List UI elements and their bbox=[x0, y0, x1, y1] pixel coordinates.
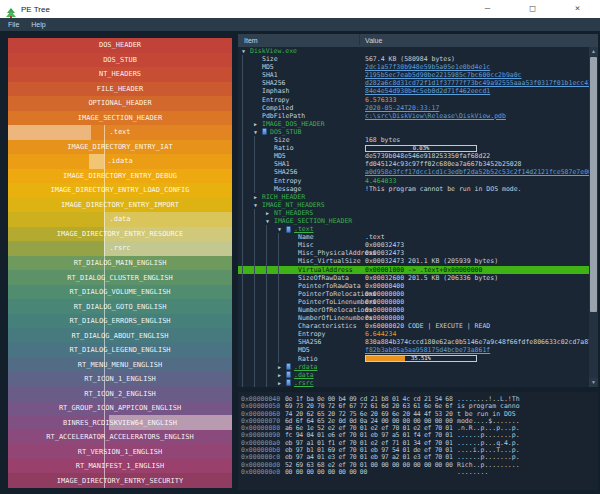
tree-row-diskview-exe[interactable]: ▼DiskView.exe bbox=[238, 47, 589, 55]
tree-row--rdata[interactable]: ▶.rdata bbox=[238, 363, 589, 371]
tree-row-numberofrelocations[interactable]: NumberOfRelocations0x00000000 bbox=[238, 306, 589, 314]
collapse-icon[interactable]: ▼ bbox=[254, 201, 262, 209]
tree-row-imphash[interactable]: Imphash84e4e54d930b4c5eb0d2d71f462eecd1 bbox=[238, 87, 589, 95]
expand-icon[interactable]: ▶ bbox=[278, 371, 286, 379]
map-block-image-directory-entry-import[interactable]: IMAGE_DIRECTORY_ENTRY_IMPORT bbox=[8, 198, 232, 213]
map-block-rt-dialog-volume-english[interactable]: RT_DIALOG_VOLUME_ENGLISH bbox=[8, 285, 232, 300]
tree-row--data[interactable]: ▶.data bbox=[238, 371, 589, 379]
tree-row-misc-physicaladdress[interactable]: Misc_PhysicalAddress0x00032473 bbox=[238, 249, 589, 257]
tree-row-image-section-header[interactable]: ▼IMAGE_SECTION_HEADER bbox=[238, 217, 589, 225]
expand-icon[interactable]: ▶ bbox=[278, 379, 286, 387]
tree-row-ratio[interactable]: Ratio35.51% bbox=[238, 355, 589, 363]
scrollbar-down-icon[interactable]: ▼ bbox=[589, 378, 598, 387]
tree-row-sizeofrawdata[interactable]: SizeOfRawData0x00032600 201.5 KB (206336… bbox=[238, 274, 589, 282]
tree-item-name[interactable]: .rsrc bbox=[294, 379, 314, 387]
tree-item-value[interactable]: 2195b5ec7eab5d90be2215985c7bc600cc2b9a0c bbox=[365, 71, 522, 79]
tree-item-name[interactable]: NT_HEADERS bbox=[274, 209, 313, 217]
tree-row-sha1[interactable]: SHA12195b5ec7eab5d90be2215985c7bc600cc2b… bbox=[238, 71, 589, 79]
minimize-button[interactable]: – bbox=[465, 0, 510, 18]
map-block-nt-headers[interactable]: NT_HEADERS bbox=[8, 67, 232, 82]
close-button[interactable]: × bbox=[555, 0, 600, 18]
map-block-rt-accelerator-accelerators-english[interactable]: RT_ACCELERATOR_ACCELERATORS_ENGLISH bbox=[8, 430, 232, 445]
expand-icon[interactable]: ▶ bbox=[266, 209, 274, 217]
tree-row-pointertorelocations[interactable]: PointerToRelocations0x00000000 bbox=[238, 290, 589, 298]
tree-row-misc[interactable]: Misc0x00032473 bbox=[238, 241, 589, 249]
tree-row--rsrc[interactable]: ▶.rsrc bbox=[238, 379, 589, 387]
tree-item-value[interactable]: d282a6c8d31cd72f1d1f37777f73bc49a92555aa… bbox=[365, 79, 589, 87]
tree-row-entropy[interactable]: Entropy6.576333 bbox=[238, 96, 589, 104]
menu-file[interactable]: File bbox=[8, 21, 19, 28]
column-divider[interactable] bbox=[359, 34, 360, 45]
tree-row-nt-headers[interactable]: ▶NT_HEADERS bbox=[238, 209, 589, 217]
map-block--text[interactable]: .text bbox=[8, 125, 232, 140]
map-block--rsrc[interactable]: .rsrc bbox=[8, 241, 232, 256]
collapse-icon[interactable]: ▼ bbox=[254, 128, 262, 136]
map-block-rt-manifest-1-english[interactable]: RT_MANIFEST_1_ENGLISH bbox=[8, 459, 232, 474]
map-block-rt-dialog-goto-english[interactable]: RT_DIALOG_GOTO_ENGLISH bbox=[8, 299, 232, 314]
maximize-button[interactable]: □ bbox=[510, 0, 555, 18]
tree-row-name[interactable]: Name.text bbox=[238, 233, 589, 241]
tree-item-name[interactable]: IMAGE_NT_HEADERS bbox=[262, 201, 325, 209]
tree-item-value[interactable]: f82b3ab05a5aa958175d4bcbe73a861f bbox=[365, 346, 490, 354]
tree-row-numberoflinenumbers[interactable]: NumberOfLinenumbers0x00000000 bbox=[238, 314, 589, 322]
tree-row-md5[interactable]: MD52dc1a57f30b948e59b5a05e1e0bd4e1c bbox=[238, 63, 589, 71]
tree-row-sha256[interactable]: SHA256a0d958e3fcf17dcc1cd1c3edbf2da52b52… bbox=[238, 168, 589, 176]
tree-row-md5[interactable]: MD5de5739b048e546e918253350faf68d22 bbox=[238, 152, 589, 160]
tree-item-value[interactable]: 2dc1a57f30b948e59b5a05e1e0bd4e1c bbox=[365, 63, 490, 71]
tree-row-md5[interactable]: MD5f82b3ab05a5aa958175d4bcbe73a861f bbox=[238, 346, 589, 354]
tree-row-image-dos-header[interactable]: ▶IMAGE_DOS_HEADER bbox=[238, 120, 589, 128]
tree-row-entropy[interactable]: Entropy6.644234 bbox=[238, 330, 589, 338]
map-block-dos-header[interactable]: DOS_HEADER bbox=[8, 38, 232, 53]
tree-row-size[interactable]: Size567.4 KB (580984 bytes) bbox=[238, 55, 589, 63]
column-header-value[interactable]: Value bbox=[365, 34, 382, 47]
tree-row-ratio[interactable]: Ratio0.03% bbox=[238, 144, 589, 152]
scrollbar-thumb[interactable] bbox=[590, 57, 597, 312]
expand-icon[interactable]: ▶ bbox=[278, 363, 286, 371]
map-block-rt-icon-2-english[interactable]: RT_ICON_2_ENGLISH bbox=[8, 386, 232, 401]
tree-item-value[interactable]: 2020-05-24T20:33:17 bbox=[365, 104, 439, 112]
tree-row-rich-header[interactable]: ▶RICH_HEADER bbox=[238, 193, 589, 201]
tree-row-sha256[interactable]: SHA256d282a6c8d31cd72f1d1f37777f73bc49a9… bbox=[238, 79, 589, 87]
tree-row--text[interactable]: ▼.text bbox=[238, 225, 589, 233]
map-block-rt-version-1-english[interactable]: RT_VERSION_1_ENGLISH bbox=[8, 444, 232, 459]
map-block-rt-dialog-cluster-english[interactable]: RT_DIALOG_CLUSTER_ENGLISH bbox=[8, 270, 232, 285]
expand-icon[interactable]: ▶ bbox=[254, 120, 262, 128]
tree-row-compiled[interactable]: Compiled2020-05-24T20:33:17 bbox=[238, 104, 589, 112]
map-block-image-directory-entry-resource[interactable]: IMAGE_DIRECTORY_ENTRY_RESOURCE bbox=[8, 227, 232, 242]
tree-item-name[interactable]: IMAGE_DOS_HEADER bbox=[262, 120, 325, 128]
map-block-file-header[interactable]: FILE_HEADER bbox=[8, 82, 232, 97]
tree-item-name[interactable]: .text bbox=[294, 225, 314, 233]
map-block-rt-menu-menu-english[interactable]: RT_MENU_MENU_ENGLISH bbox=[8, 357, 232, 372]
tree-row-entropy[interactable]: Entropy4.464033 bbox=[238, 177, 589, 185]
menu-help[interactable]: Help bbox=[31, 21, 45, 28]
map-block-dos-stub[interactable]: DOS_STUB bbox=[8, 53, 232, 68]
tree-row-pointertolinenumbers[interactable]: PointerToLinenumbers0x00000000 bbox=[238, 298, 589, 306]
map-block-rt-dialog-legend-english[interactable]: RT_DIALOG_LEGEND_ENGLISH bbox=[8, 343, 232, 358]
collapse-icon[interactable]: ▼ bbox=[266, 217, 274, 225]
tree-row-message[interactable]: Message!This program cannot be run in DO… bbox=[238, 185, 589, 193]
collapse-icon[interactable]: ▼ bbox=[278, 225, 286, 233]
map-block-rt-group-icon-appicon-english[interactable]: RT_GROUP_ICON_APPICON_ENGLISH bbox=[8, 401, 232, 416]
map-block-image-directory-entry-security[interactable]: IMAGE_DIRECTORY_ENTRY_SECURITY bbox=[8, 473, 232, 488]
tree-item-name[interactable]: DiskView.exe bbox=[250, 47, 297, 55]
map-block-rt-dialog-main-english[interactable]: RT_DIALOG_MAIN_ENGLISH bbox=[8, 256, 232, 271]
tree-row-characteristics[interactable]: Characteristics0x60000020 CODE | EXECUTE… bbox=[238, 322, 589, 330]
map-block--idata[interactable]: .idata bbox=[8, 154, 232, 169]
tree-item-value[interactable]: c:\src\DiskView\Release\DiskView.pdb bbox=[365, 112, 506, 120]
map-block-optional-header[interactable]: OPTIONAL_HEADER bbox=[8, 96, 232, 111]
column-header-item[interactable]: Item bbox=[244, 34, 258, 47]
tree-row-pdbfilepath[interactable]: PdbFilePathc:\src\DiskView\Release\DiskV… bbox=[238, 112, 589, 120]
tree-row-size[interactable]: Size168 bytes bbox=[238, 136, 589, 144]
tree-row-virtualaddress[interactable]: VirtualAddress0x00001000 -> .text+0x0000… bbox=[238, 266, 589, 274]
tree-row-pointertorawdata[interactable]: PointerToRawData0x00000400 bbox=[238, 282, 589, 290]
tree-item-name[interactable]: DOS_STUB bbox=[270, 128, 301, 136]
expand-icon[interactable]: ▶ bbox=[254, 193, 262, 201]
tree-row-dos-stub[interactable]: ▼DOS_STUB bbox=[238, 128, 589, 136]
map-block-rt-icon-1-english[interactable]: RT_ICON_1_ENGLISH bbox=[8, 372, 232, 387]
tree-row-sha1[interactable]: SHA1fd045124c93c97ff02c680ea7a667b3452b2… bbox=[238, 160, 589, 168]
map-block--data[interactable]: .data bbox=[8, 212, 232, 227]
tree-item-name[interactable]: RICH_HEADER bbox=[262, 193, 305, 201]
map-block-binres-rcdiskview64-english[interactable]: BINRES_RCDISKVIEW64_ENGLISH bbox=[8, 415, 232, 430]
map-block-image-section-header[interactable]: IMAGE_SECTION_HEADER bbox=[8, 111, 232, 126]
collapse-icon[interactable]: ▼ bbox=[242, 47, 250, 55]
